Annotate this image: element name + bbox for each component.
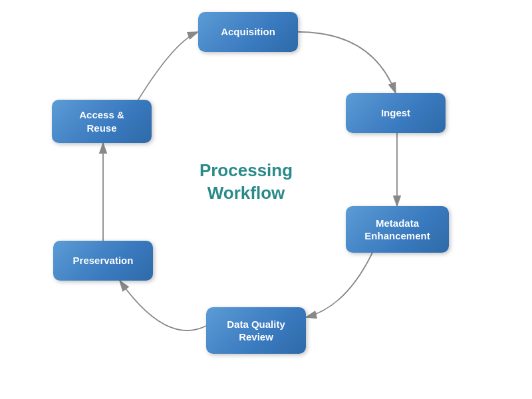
diagram-container: Processing Workflow AcquisitionIngestMet… (0, 0, 532, 399)
workflow-box-preservation: Preservation (53, 241, 153, 281)
workflow-box-metadata-enhancement: Metadata Enhancement (346, 206, 449, 253)
workflow-box-acquisition: Acquisition (198, 12, 298, 52)
workflow-box-data-quality-review: Data Quality Review (206, 307, 306, 354)
center-title: Processing Workflow (180, 160, 313, 205)
workflow-box-ingest: Ingest (346, 93, 446, 133)
workflow-box-access-reuse: Access & Reuse (52, 100, 152, 143)
